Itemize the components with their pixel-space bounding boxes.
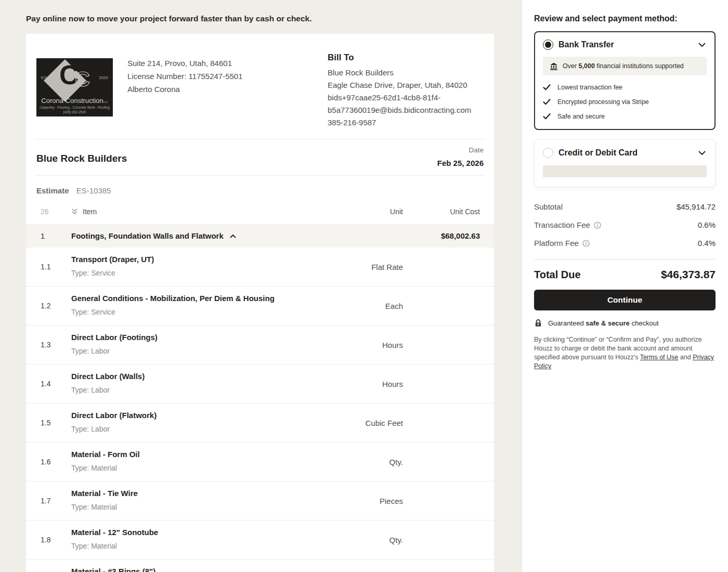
item-unit: Hours <box>286 380 403 388</box>
chevron-down-icon[interactable] <box>697 40 707 49</box>
table-row: 1.5 Direct Labor (Flatwork) Type: Labor … <box>26 404 494 443</box>
item-unit: Qty. <box>286 536 403 544</box>
logo-phone: (435) 262-2520 <box>36 110 113 114</box>
bank-icon <box>550 62 558 70</box>
logo-company-name: Corona ConstructionLLC <box>36 97 113 105</box>
table-row: 1.2 General Conditions - Mobilization, P… <box>26 287 494 326</box>
item-unit: Flat Rate <box>286 263 403 271</box>
table-row: 1.9 Material - #3 Rings (8") <box>26 560 494 572</box>
company-info: Suite 214, Provo, Utah, 84601 License Nu… <box>127 57 243 96</box>
benefit-label: Lowest transaction fee <box>557 84 622 91</box>
bank-info-banner: Over 5,000 financial institutions suppor… <box>543 57 707 75</box>
logo-company-suffix: LLC <box>103 100 108 103</box>
subtotal-label: Subtotal <box>534 202 563 211</box>
row-number: 1.8 <box>41 536 71 544</box>
group-number: 1 <box>41 232 71 240</box>
benefit-item: Lowest transaction fee <box>543 83 707 91</box>
transaction-fee-row: Transaction Fee 0.6% <box>534 220 716 229</box>
radio-bank-transfer[interactable] <box>543 40 553 50</box>
item-unit: Pieces <box>286 497 403 505</box>
subtotal-row: Subtotal $45,914.72 <box>534 202 716 211</box>
row-number: 1.7 <box>41 497 71 505</box>
transaction-fee-label: Transaction Fee <box>534 220 590 229</box>
company-contact: Alberto Corona <box>127 83 243 96</box>
item-type: Type: Material <box>71 464 286 472</box>
item-name: Direct Labor (Footings) <box>71 333 286 342</box>
bill-to-section: Bill To Blue Rock Builders Eagle Chase D… <box>328 53 489 129</box>
item-unit: Cubic Feet <box>286 419 403 427</box>
collapse-all-icon[interactable] <box>71 208 78 215</box>
banner-text: Pay online now to move your project forw… <box>26 14 312 23</box>
items-count: 26 <box>41 207 71 216</box>
payment-title: Review and select payment method: <box>534 14 716 23</box>
item-name: Transport (Draper, UT) <box>71 255 286 264</box>
card-option-label: Credit or Debit Card <box>558 148 638 158</box>
bank-transfer-header[interactable]: Bank Transfer <box>543 40 707 50</box>
row-number: 1.1 <box>41 263 71 271</box>
transaction-fee-value: 0.6% <box>698 220 716 229</box>
chevron-up-icon[interactable] <box>229 233 237 239</box>
table-row: 1.6 Material - Form Oil Type: Material Q… <box>26 443 494 482</box>
info-icon[interactable] <box>594 222 601 229</box>
table-row: 1.8 Material - 12" Sonotube Type: Materi… <box>26 521 494 560</box>
bank-info-text: Over 5,000 financial institutions suppor… <box>563 62 684 70</box>
terms-link[interactable]: Terms of Use <box>640 354 679 361</box>
payment-panel: Review and select payment method: Bank T… <box>522 0 728 572</box>
benefit-item: Encrypted processing via Stripe <box>543 98 707 106</box>
item-name: Material - 12" Sonotube <box>71 528 286 537</box>
item-name: Material - #3 Rings (8") <box>71 567 286 572</box>
subtotal-value: $45,914.72 <box>677 202 716 211</box>
bill-to-email-cont: b5a77360019e@bids.bidicontracting.com <box>328 104 489 116</box>
logo-services-line: Carpentry - Flooring - Concrete Work - R… <box>36 106 113 109</box>
table-header-row: 26 Item Unit Unit Cost <box>26 207 494 216</box>
chevron-down-icon[interactable] <box>697 148 707 158</box>
date-block: Date Feb 25, 2026 <box>437 146 484 167</box>
item-type: Type: Labor <box>71 347 286 355</box>
bill-to-address: Eagle Chase Drive, Draper, Utah, 84020 <box>328 79 489 92</box>
item-unit: Hours <box>286 341 403 349</box>
check-icon <box>543 83 551 91</box>
check-icon <box>543 112 551 120</box>
benefit-list: Lowest transaction fee Encrypted process… <box>543 83 707 120</box>
estimate-row: Estimate ES-10385 <box>26 176 494 195</box>
card-option-header[interactable]: Credit or Debit Card <box>543 148 707 158</box>
item-type: Type: Labor <box>71 386 286 394</box>
platform-fee-label: Platform Fee <box>534 239 579 248</box>
bank-transfer-option[interactable]: Bank Transfer Over 5,000 financial insti… <box>534 31 716 130</box>
bill-to-email: bids+97caae25-62d1-4cb8-81f4- <box>328 92 489 104</box>
column-header-unit-cost: Unit Cost <box>403 207 480 216</box>
estimate-number: ES-10385 <box>76 186 111 195</box>
group-unit-cost: $68,002.63 <box>403 231 480 240</box>
bill-to-title: Bill To <box>328 53 489 63</box>
table-row: 1.7 Material - Tie Wire Type: Material P… <box>26 482 494 521</box>
platform-fee-row: Platform Fee 0.4% <box>534 239 716 248</box>
row-number: 1.2 <box>41 302 71 310</box>
item-name: General Conditions - Mobilization, Per D… <box>71 294 286 303</box>
item-name: Direct Labor (Flatwork) <box>71 411 286 420</box>
bill-to-name: Blue Rock Builders <box>328 67 489 79</box>
item-type: Type: Service <box>71 269 286 277</box>
company-license: License Number: 11755247-5501 <box>127 70 243 83</box>
card-option[interactable]: Credit or Debit Card <box>534 139 716 187</box>
check-icon <box>543 98 551 106</box>
invoice-header: EST 2020 C C Corona ConstructionLLC Carp… <box>26 34 494 139</box>
table-row: 1.3 Direct Labor (Footings) Type: Labor … <box>26 326 494 365</box>
item-unit: Qty. <box>286 458 403 466</box>
group-row[interactable]: 1 Footings, Foundation Walls and Flatwor… <box>26 224 494 248</box>
row-number: 1.6 <box>41 458 71 466</box>
platform-fee-value: 0.4% <box>698 239 716 248</box>
column-header-item: Item <box>83 207 97 216</box>
benefit-label: Encrypted processing via Stripe <box>557 98 649 106</box>
row-number: 1.5 <box>41 419 71 427</box>
estimate-label: Estimate <box>36 186 69 195</box>
total-due-value: $46,373.87 <box>661 268 716 281</box>
radio-credit-card[interactable] <box>543 148 553 158</box>
totals-section: Subtotal $45,914.72 Transaction Fee 0.6%… <box>534 202 716 371</box>
item-type: Type: Service <box>71 308 286 316</box>
row-number: 1.3 <box>41 341 71 349</box>
info-icon[interactable] <box>582 240 590 247</box>
item-type: Type: Labor <box>71 425 286 433</box>
logo-year-text: 2020 <box>99 75 108 80</box>
guarantee-text: Guaranteed safe & secure checkout <box>548 319 659 327</box>
continue-button[interactable]: Continue <box>534 290 716 310</box>
